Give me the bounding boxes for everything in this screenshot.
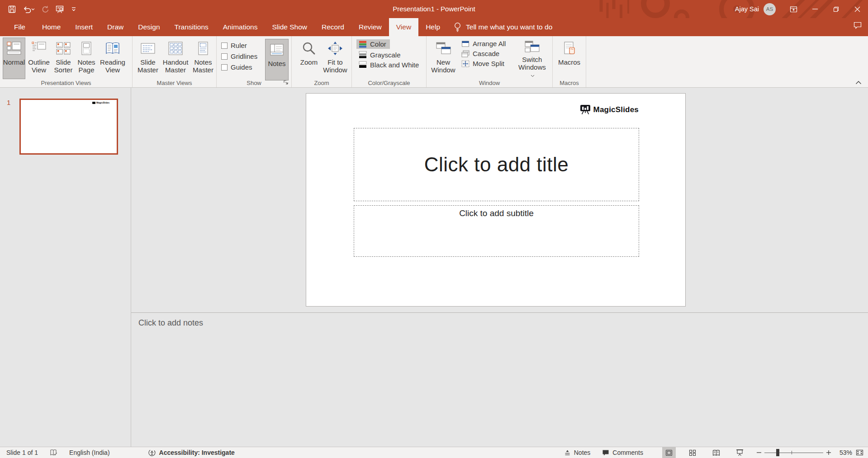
move-split-icon bbox=[461, 60, 470, 67]
slide-canvas[interactable]: MagicSlides Click to add title Click to … bbox=[131, 88, 868, 312]
guides-checkbox[interactable]: Guides bbox=[221, 62, 265, 72]
switch-windows-button[interactable]: Switch Windows bbox=[516, 38, 548, 79]
tab-view[interactable]: View bbox=[389, 18, 418, 36]
zoom-in-button[interactable] bbox=[826, 450, 831, 455]
user-name[interactable]: Ajay Sai bbox=[735, 5, 759, 13]
close-button[interactable] bbox=[847, 0, 868, 18]
repeat-button[interactable] bbox=[41, 5, 49, 13]
slide-sorter-button[interactable]: Slide Sorter bbox=[52, 38, 74, 79]
slide-thumbnail-1[interactable]: MagicSlides bbox=[19, 99, 118, 155]
group-label-master-views: Master Views bbox=[133, 80, 216, 86]
collapse-ribbon-button[interactable] bbox=[855, 80, 862, 85]
tab-review[interactable]: Review bbox=[351, 18, 389, 36]
undo-button[interactable] bbox=[23, 5, 34, 13]
accessibility-icon[interactable] bbox=[148, 449, 156, 457]
arrange-all-icon bbox=[461, 40, 470, 47]
group-label-presentation-views: Presentation Views bbox=[0, 80, 132, 86]
slide-indicator[interactable]: Slide 1 of 1 bbox=[6, 449, 38, 456]
macros-button[interactable]: Macros bbox=[556, 38, 583, 79]
restore-button[interactable] bbox=[825, 0, 847, 18]
handout-master-button[interactable]: Handout Master bbox=[161, 38, 190, 79]
tab-transitions[interactable]: Transitions bbox=[167, 18, 216, 36]
zoom-button[interactable]: Zoom bbox=[297, 38, 321, 79]
cascade-label: Cascade bbox=[473, 50, 499, 57]
tab-design[interactable]: Design bbox=[131, 18, 167, 36]
gridlines-checkbox-box bbox=[221, 53, 228, 60]
accessibility-status[interactable]: Accessibility: Investigate bbox=[159, 449, 235, 456]
tab-slide-show[interactable]: Slide Show bbox=[265, 18, 314, 36]
normal-view-button[interactable]: Normal bbox=[3, 38, 25, 79]
reading-view-button[interactable]: Reading View bbox=[99, 38, 127, 79]
subtitle-placeholder[interactable]: Click to add subtitle bbox=[354, 205, 639, 257]
slide[interactable]: MagicSlides Click to add title Click to … bbox=[306, 93, 686, 307]
gridlines-label: Gridlines bbox=[231, 52, 257, 60]
move-split-button[interactable]: Move Split bbox=[459, 59, 509, 68]
cascade-button[interactable]: Cascade bbox=[459, 49, 509, 58]
fit-to-window-button[interactable]: Fit to Window bbox=[322, 38, 348, 79]
tab-help[interactable]: Help bbox=[418, 18, 447, 36]
group-zoom: Zoom bbox=[292, 36, 352, 87]
notes-placeholder[interactable]: Click to add notes bbox=[138, 318, 868, 328]
black-and-white-button[interactable]: Black and White bbox=[356, 60, 425, 70]
outline-view-button[interactable]: Outline View bbox=[26, 38, 52, 79]
slide-logo: MagicSlides bbox=[580, 105, 639, 114]
powerpoint-window: Presentation1 - PowerPoint Ajay Sai AS bbox=[0, 0, 868, 458]
switch-windows-label: Switch Windows bbox=[518, 56, 546, 71]
view-slide-sorter-button[interactable] bbox=[686, 447, 699, 458]
arrange-all-button[interactable]: Arrange All bbox=[459, 39, 509, 48]
zoom-slider-handle[interactable] bbox=[776, 449, 779, 456]
guides-checkbox-box bbox=[221, 64, 228, 71]
tab-file[interactable]: File bbox=[5, 18, 35, 36]
notes-panel[interactable]: Click to add notes bbox=[131, 312, 868, 447]
new-window-button[interactable]: New Window bbox=[431, 38, 456, 79]
zoom-slider[interactable] bbox=[764, 447, 823, 458]
tab-insert[interactable]: Insert bbox=[68, 18, 100, 36]
zoom-percentage[interactable]: 53% bbox=[834, 449, 852, 456]
quick-access-toolbar bbox=[8, 5, 76, 14]
tab-record[interactable]: Record bbox=[314, 18, 351, 36]
view-normal-icon bbox=[665, 449, 673, 456]
save-icon[interactable] bbox=[8, 5, 16, 13]
comments-toggle-statusbar[interactable]: Comments bbox=[602, 449, 643, 456]
minimize-button[interactable] bbox=[804, 0, 825, 18]
notes-master-button[interactable]: Notes Master bbox=[191, 38, 215, 79]
title-placeholder[interactable]: Click to add title bbox=[354, 128, 639, 201]
outline-view-icon bbox=[32, 40, 46, 57]
ruler-checkbox[interactable]: Ruler bbox=[221, 40, 265, 51]
view-reading-button[interactable] bbox=[709, 447, 723, 458]
zoom-out-button[interactable] bbox=[756, 450, 762, 455]
notes-master-icon bbox=[196, 40, 210, 57]
group-window: New Window Arrange All bbox=[427, 36, 553, 87]
view-slideshow-button[interactable] bbox=[733, 447, 746, 458]
view-normal-button[interactable] bbox=[662, 447, 676, 458]
slide-thumbnail-panel[interactable]: 1 MagicSlides bbox=[0, 88, 131, 447]
color-button[interactable]: Color bbox=[356, 39, 390, 49]
fit-slide-to-window-button[interactable] bbox=[856, 449, 863, 456]
black-and-white-label: Black and White bbox=[370, 61, 419, 69]
notes-toggle-button[interactable]: Notes bbox=[265, 39, 289, 80]
group-macros: Macros Macros bbox=[553, 36, 586, 87]
language-indicator[interactable]: English (India) bbox=[69, 449, 110, 456]
ruler-checkbox-box bbox=[221, 42, 228, 49]
tab-home[interactable]: Home bbox=[35, 18, 68, 36]
notes-toggle-statusbar[interactable]: Notes bbox=[564, 449, 591, 456]
new-window-icon bbox=[436, 40, 451, 57]
tab-draw[interactable]: Draw bbox=[100, 18, 131, 36]
slide-master-button[interactable]: Slide Master bbox=[136, 38, 160, 79]
ribbon-display-options-button[interactable] bbox=[783, 0, 804, 18]
start-from-beginning-button[interactable] bbox=[56, 5, 64, 14]
gridlines-checkbox[interactable]: Gridlines bbox=[221, 51, 265, 61]
tab-animations[interactable]: Animations bbox=[216, 18, 265, 36]
color-swatch-icon bbox=[359, 41, 367, 48]
customize-qat-button[interactable] bbox=[71, 6, 76, 12]
notes-page-button[interactable]: Notes Page bbox=[75, 38, 98, 79]
color-label: Color bbox=[370, 40, 386, 48]
spellcheck-icon[interactable] bbox=[50, 449, 57, 456]
statusbar: Slide 1 of 1 English (India) Accessibili… bbox=[0, 447, 868, 458]
tell-me-box[interactable]: Tell me what you want to do bbox=[454, 18, 552, 36]
avatar[interactable]: AS bbox=[764, 3, 776, 15]
grayscale-button[interactable]: Grayscale bbox=[356, 50, 425, 60]
feedback-bubble-icon[interactable] bbox=[854, 22, 862, 29]
magicslides-logo-text: MagicSlides bbox=[96, 101, 109, 104]
notes-page-icon bbox=[79, 40, 94, 57]
